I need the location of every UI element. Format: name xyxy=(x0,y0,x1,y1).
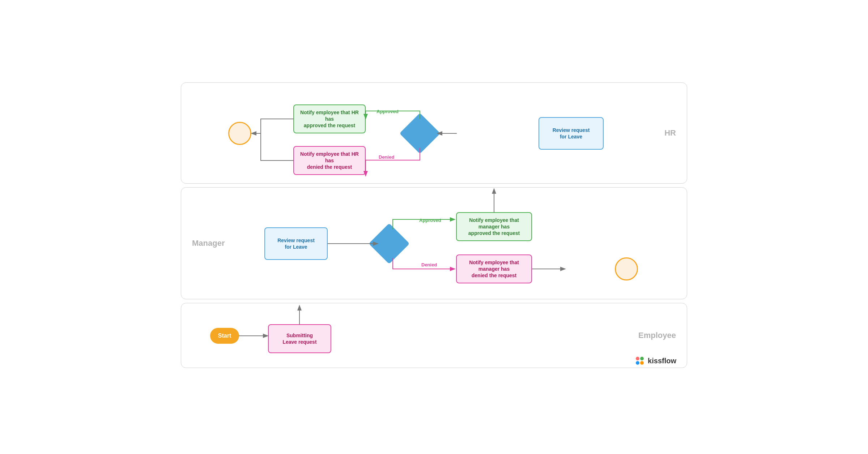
lane-hr: HR Review request for Leave Notify emplo… xyxy=(181,82,687,184)
employee-lane-label: Employee xyxy=(638,331,676,340)
start-ellipse: Start xyxy=(210,328,239,344)
manager-notify-denied[interactable]: Notify employee that manager has denied … xyxy=(456,254,532,283)
manager-arrows xyxy=(181,188,687,299)
hr-end-circle xyxy=(228,122,251,145)
manager-lane-label: Manager xyxy=(192,239,225,248)
hr-notify-denied[interactable]: Notify employee that HR has denied the r… xyxy=(293,146,366,175)
hr-lane-label: HR xyxy=(664,128,676,138)
manager-approved-label: Approved xyxy=(419,218,441,223)
hr-notify-approved[interactable]: Notify employee that HR has approved the… xyxy=(293,104,366,133)
svg-point-8 xyxy=(636,361,639,365)
lane-employee: Employee Start Submitting Leave request xyxy=(181,303,687,368)
svg-point-9 xyxy=(640,361,644,365)
diagram-container: HR Review request for Leave Notify emplo… xyxy=(181,82,687,372)
submit-box[interactable]: Submitting Leave request xyxy=(268,324,331,353)
svg-point-7 xyxy=(640,357,644,360)
hr-review-box[interactable]: Review request for Leave xyxy=(539,117,604,150)
manager-end-circle xyxy=(615,257,638,280)
manager-denied-label: Denied xyxy=(421,262,437,267)
hr-diamond xyxy=(399,113,440,154)
manager-review-box[interactable]: Review request for Leave xyxy=(264,227,328,260)
kissflow-icon xyxy=(635,356,645,366)
kissflow-logo: kissflow xyxy=(635,356,676,366)
employee-arrows xyxy=(181,303,687,368)
manager-diamond xyxy=(369,223,409,264)
svg-point-6 xyxy=(636,357,639,360)
hr-approved-label: Approved xyxy=(376,109,399,114)
lane-manager: Manager Review request for Leave Notify … xyxy=(181,187,687,299)
hr-denied-label: Denied xyxy=(379,154,394,160)
manager-notify-approved[interactable]: Notify employee that manager has approve… xyxy=(456,212,532,241)
